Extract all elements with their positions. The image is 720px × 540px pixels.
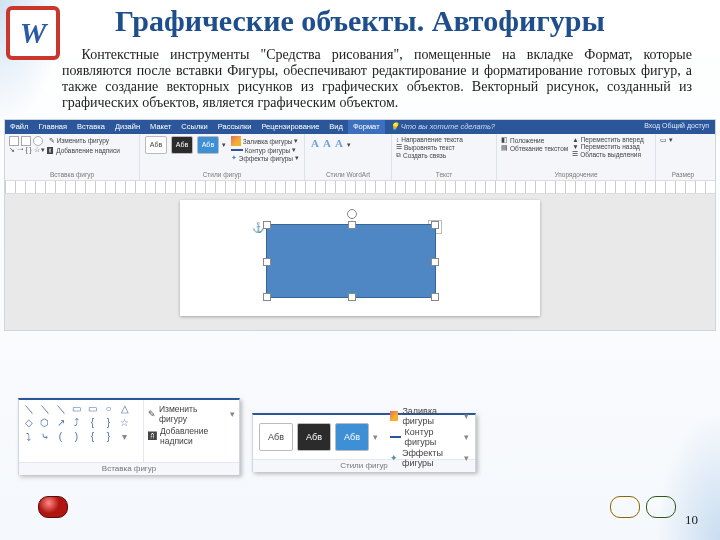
tab-mail[interactable]: Рассылки — [213, 120, 257, 134]
resize-handle[interactable] — [263, 293, 271, 301]
tab-home[interactable]: Главная — [33, 120, 72, 134]
text-direction-btn[interactable]: ↕ Направление текста — [396, 136, 492, 143]
resize-handle[interactable] — [431, 221, 439, 229]
tab-format[interactable]: Формат — [348, 120, 385, 134]
document-canvas[interactable]: ⚓ — [5, 194, 715, 330]
callout-shape-styles: Абв Абв Абв ▾ Заливка фигуры▾ Контур фиг… — [252, 413, 476, 472]
tab-view[interactable]: Вид — [324, 120, 348, 134]
align-text-btn[interactable]: ☰ Выровнять текст — [396, 143, 492, 151]
position-btn[interactable]: ◧ Положение — [501, 136, 568, 144]
edit-shape-btn[interactable]: ✎ Изменить фигуру — [49, 137, 109, 145]
edit-shape-menu[interactable]: ✎ Изменить фигуру ▾ — [148, 404, 235, 424]
rotate-handle[interactable] — [347, 209, 357, 219]
callout1-label: Вставка фигур — [19, 462, 239, 475]
style-preset-blue[interactable]: Абв — [335, 423, 369, 451]
document-page: ⚓ — [180, 200, 540, 316]
callout-insert-shapes: ＼＼＼▭▭○△ ◇⬡↗⤴{}☆ ⤵⤷(){}▾ ✎ Изменить фигур… — [18, 398, 240, 475]
resize-handle[interactable] — [431, 258, 439, 266]
group-arrange: ◧ Положение ▤ Обтекание текстом ▲ Переме… — [497, 134, 656, 180]
effects-menu[interactable]: ✦Эффекты фигуры▾ — [390, 448, 469, 468]
add-caption-btn[interactable]: 🅰 Добавление надписи — [148, 426, 235, 446]
style-gallery-more[interactable]: ▾ — [373, 432, 378, 442]
bring-forward-btn[interactable]: ▲ Переместить вперед — [572, 136, 644, 143]
wrap-text-btn[interactable]: ▤ Обтекание текстом — [501, 144, 568, 152]
shape-effects-btn[interactable]: ✦Эффекты фигуры ▾ — [231, 154, 299, 162]
group-label-styles: Стили фигур — [144, 171, 300, 178]
shape-outline-btn[interactable]: Контур фигуры ▾ — [231, 146, 299, 154]
group-label-size: Размер — [660, 171, 706, 178]
tab-layout[interactable]: Макет — [145, 120, 176, 134]
selection-pane-btn[interactable]: ☰ Область выделения — [572, 150, 644, 158]
tab-insert[interactable]: Вставка — [72, 120, 110, 134]
account-share[interactable]: Вход Общий доступ — [638, 120, 715, 134]
group-shape-styles: Абв Абв Абв ▾ Заливка фигуры ▾ Контур фи… — [140, 134, 305, 180]
horizontal-ruler — [5, 180, 715, 194]
group-wordart-styles: AAA ▾ Стили WordArt — [305, 134, 392, 180]
group-label-arrange: Упорядочение — [501, 171, 651, 178]
style-swatch-light[interactable]: Абв — [145, 136, 167, 154]
resize-handle[interactable] — [348, 221, 356, 229]
resize-handle[interactable] — [263, 221, 271, 229]
add-text-btn[interactable]: 🅰 Добавление надписи — [47, 147, 119, 154]
style-swatch-dark[interactable]: Абв — [171, 136, 193, 154]
group-insert-shapes: ✎ Изменить фигуру ↘ ⭢ { } ☆ ▾ 🅰 Добавлен… — [5, 134, 140, 180]
tab-review[interactable]: Рецензирование — [256, 120, 324, 134]
tab-file[interactable]: Файл — [5, 120, 33, 134]
send-backward-btn[interactable]: ▼ Переместить назад — [572, 143, 644, 150]
outline-menu[interactable]: Контур фигуры▾ — [390, 427, 469, 447]
resize-handle[interactable] — [431, 293, 439, 301]
shape-fill-btn[interactable]: Заливка фигуры ▾ — [231, 136, 299, 146]
word-logo-icon: W — [6, 6, 60, 60]
group-label-insert: Вставка фигур — [9, 171, 135, 178]
fill-menu[interactable]: Заливка фигуры▾ — [390, 406, 469, 426]
tab-design[interactable]: Дизайн — [110, 120, 145, 134]
word-ribbon: Файл Главная Вставка Дизайн Макет Ссылки… — [4, 119, 716, 331]
shapes-gallery[interactable]: ＼＼＼▭▭○△ ◇⬡↗⤴{}☆ ⤵⤷(){}▾ — [19, 400, 143, 462]
resize-handle[interactable] — [263, 258, 271, 266]
tell-me-search[interactable]: 💡 Что вы хотите сделать? — [385, 120, 500, 134]
page-number: 10 — [685, 512, 698, 528]
style-preset-light[interactable]: Абв — [259, 423, 293, 451]
create-link-btn[interactable]: ⧉ Создать связь — [396, 151, 492, 159]
resize-handle[interactable] — [348, 293, 356, 301]
nav-indicator-yellow-green[interactable] — [610, 496, 676, 518]
ribbon-tabs: Файл Главная Вставка Дизайн Макет Ссылки… — [5, 120, 500, 134]
style-swatch-blue[interactable]: Абв — [197, 136, 219, 154]
selected-rectangle-shape[interactable] — [266, 224, 436, 298]
group-label-text: Текст — [396, 171, 492, 178]
body-paragraph: Контекстные инструменты "Средства рисова… — [62, 47, 692, 111]
slide-title: Графические объекты. Автофигуры — [0, 0, 720, 37]
group-text: ↕ Направление текста ☰ Выровнять текст ⧉… — [392, 134, 497, 180]
group-size: ▭ ▾ Размер — [656, 134, 710, 180]
nav-indicator-red[interactable] — [38, 496, 68, 518]
slide: W Графические объекты. Автофигуры Контек… — [0, 0, 720, 540]
style-preset-dark[interactable]: Абв — [297, 423, 331, 451]
tab-refs[interactable]: Ссылки — [176, 120, 212, 134]
group-label-wordart: Стили WordArt — [309, 171, 387, 178]
